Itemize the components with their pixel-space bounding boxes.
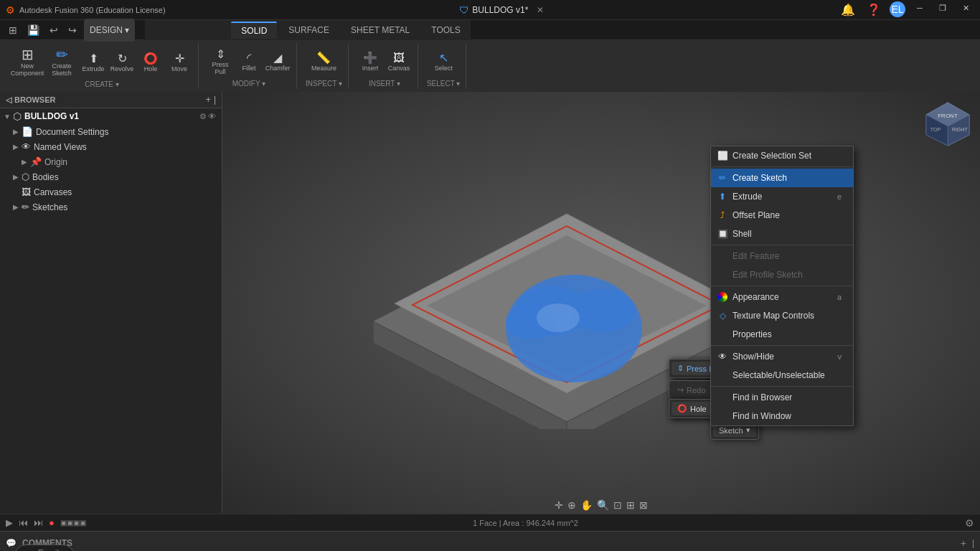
ctx-edit-feature[interactable]: Edit Feature: [711, 247, 853, 265]
play-icon[interactable]: ▶: [6, 517, 13, 528]
create-group-label[interactable]: CREATE ▾: [85, 80, 119, 90]
taskbar-search-box[interactable]: 🔍 Escribe aquí para buscar: [14, 545, 75, 551]
notification-icon[interactable]: 🔔: [838, 1, 858, 18]
ctx-appearance[interactable]: Appearance a: [711, 288, 853, 306]
chevron-down-icon: ▼: [3, 112, 11, 121]
bodies-icon: ⬡: [22, 171, 29, 182]
back-icon[interactable]: ◁: [6, 95, 11, 105]
ctx-shell[interactable]: 🔲 Shell: [711, 225, 853, 243]
create-sketch-btn[interactable]: ✏ Create Sketch: [46, 46, 77, 77]
close-tab-icon[interactable]: ✕: [537, 5, 544, 15]
insert-button[interactable]: ➕ Insert: [357, 47, 383, 77]
new-button[interactable]: ⊞: [6, 23, 20, 37]
offset-plane-icon: ⤴: [717, 209, 728, 221]
record-icon[interactable]: ●: [49, 517, 55, 528]
select-button[interactable]: ↖ Select: [430, 47, 456, 77]
nav-icon-4[interactable]: 🔍: [597, 499, 609, 511]
press-pull-button[interactable]: ⇕ Press Pull: [207, 47, 233, 77]
ctx-texture-map[interactable]: ◇ Texture Map Controls: [711, 306, 853, 325]
view-cube[interactable]: FRONT RIGHT TOP: [923, 99, 973, 149]
nav-icon-7[interactable]: ⊠: [639, 499, 648, 511]
browser-item-bodies[interactable]: ▶ ⬡ Bodies: [0, 169, 222, 184]
browser-item-doc-settings[interactable]: ▶ 📄 Document Settings: [0, 124, 222, 139]
tab-solid[interactable]: SOLID: [231, 22, 277, 39]
redo-button[interactable]: ↪ Redo: [672, 383, 711, 397]
ctx-find-window[interactable]: Find in Window: [711, 407, 853, 425]
hole-button[interactable]: ⭕ Hole: [672, 402, 712, 415]
ctx-selectable[interactable]: Selectable/Unselectable: [711, 366, 853, 385]
texture-map-icon: ◇: [717, 310, 728, 321]
new-component-button[interactable]: ⊞ New Component: [11, 46, 43, 77]
restore-button[interactable]: ❐: [934, 1, 951, 14]
shell-icon: 🔲: [717, 228, 728, 240]
viewport[interactable]: ↻ Repeat Extrude ✕ Delete ⇕ Press Pull: [222, 92, 980, 514]
browser-item-origin[interactable]: ▶ 📌 Origin: [0, 154, 222, 169]
canvas-button[interactable]: 🖼 Canvas: [386, 47, 412, 77]
ctx-create-sketch[interactable]: ✏ Create Sketch: [711, 169, 853, 187]
ctx-offset-plane[interactable]: ⤴ Offset Plane: [711, 206, 853, 225]
chamfer-button[interactable]: ◢ Chamfer: [265, 47, 291, 77]
hole-button[interactable]: ⭕ Hole: [138, 47, 164, 77]
ctx-edit-profile-sketch[interactable]: Edit Profile Sketch: [711, 265, 853, 284]
inspect-group-label[interactable]: INSPECT ▾: [306, 80, 342, 89]
nav-icon-5[interactable]: ⊡: [613, 499, 622, 511]
modify-group-label[interactable]: MODIFY ▾: [232, 80, 265, 89]
eye-icon[interactable]: 👁: [208, 112, 216, 121]
minimize-button[interactable]: ─: [911, 1, 928, 14]
app-title: Autodesk Fusion 360 (Education License): [19, 6, 166, 14]
find-browser-icon: [717, 392, 728, 403]
revolve-button[interactable]: ↻ Revolve: [109, 47, 135, 77]
ctx-extrude[interactable]: ⬆ Extrude e: [711, 187, 853, 206]
save-button[interactable]: 💾: [24, 23, 42, 37]
nav-icon-3[interactable]: ✋: [580, 499, 593, 511]
find-window-icon: [717, 410, 728, 422]
close-button[interactable]: ✕: [957, 1, 974, 14]
help-icon[interactable]: ❓: [864, 1, 884, 18]
ctx-create-selection-set[interactable]: ⬜ Create Selection Set: [711, 146, 853, 165]
fillet-button[interactable]: ◜ Fillet: [236, 47, 262, 77]
ctx-properties[interactable]: Properties: [711, 325, 853, 344]
file-title: BULLDOG v1*: [472, 5, 528, 15]
add-browser-item[interactable]: +: [206, 95, 211, 105]
separator-3: [711, 286, 853, 286]
browser-item-sketches[interactable]: ▶ ✏ Sketches: [0, 199, 222, 215]
ribbon-group-insert: ➕ Insert 🖼 Canvas INSERT ▾: [352, 43, 418, 89]
statusbar-settings[interactable]: ⚙: [965, 517, 974, 529]
add-comment-icon[interactable]: +: [961, 537, 966, 549]
bodies-label: Bodies: [32, 172, 59, 182]
browser-pin[interactable]: |: [214, 95, 216, 105]
svg-point-6: [570, 289, 635, 332]
insert-group-label[interactable]: INSERT ▾: [369, 80, 400, 89]
tab-sheet-metal[interactable]: SHEET METAL: [341, 22, 420, 38]
ctx-find-browser[interactable]: Find in Browser: [711, 388, 853, 407]
tab-surface[interactable]: SURFACE: [278, 22, 339, 38]
quick-access-toolbar: ⊞ 💾 ↩ ↪ DESIGN ▾ SOLID SURFACE SHEET MET…: [0, 20, 980, 40]
nav-icon-6[interactable]: ⊞: [626, 499, 635, 511]
root-item-label: BULLDOG v1: [24, 111, 79, 121]
undo-button[interactable]: ↩: [47, 23, 61, 37]
ribbon-area: ⊞ 💾 ↩ ↪ DESIGN ▾ SOLID SURFACE SHEET MET…: [0, 20, 980, 92]
measure-button[interactable]: 📏 Measure: [311, 47, 336, 77]
origin-icon: 📌: [30, 156, 42, 167]
browser-item-root[interactable]: ▼ ⬡ BULLDOG v1 ⚙ 👁: [0, 108, 222, 124]
nav-icon-2[interactable]: ⊕: [567, 499, 576, 511]
ctx-show-hide[interactable]: 👁 Show/Hide v: [711, 347, 853, 366]
extrude-button[interactable]: ⬆ Extrude: [80, 47, 106, 77]
step-back-icon[interactable]: ⏮: [19, 517, 28, 528]
design-dropdown[interactable]: DESIGN ▾: [84, 19, 135, 42]
select-icon: ↖: [439, 51, 448, 65]
select-group-label[interactable]: SELECT ▾: [427, 80, 461, 89]
title-bar-center: 🛡 BULLDOG v1* ✕: [459, 4, 544, 16]
nav-icon-1[interactable]: ✛: [555, 499, 563, 511]
redo-button[interactable]: ↪: [65, 23, 80, 37]
collapse-comments[interactable]: |: [972, 538, 974, 548]
browser-item-canvases[interactable]: ▶ 🖼 Canvases: [0, 184, 222, 199]
settings-icon[interactable]: ⚙: [199, 112, 207, 121]
properties-icon: [717, 329, 728, 340]
user-avatar[interactable]: EL: [890, 1, 905, 17]
browser-item-named-views[interactable]: ▶ 👁 Named Views: [0, 139, 222, 154]
move-button[interactable]: ✛ Move: [166, 47, 192, 77]
tab-tools[interactable]: TOOLS: [421, 22, 470, 38]
step-forward-icon[interactable]: ⏭: [34, 517, 43, 528]
title-bar-left: ⚙ Autodesk Fusion 360 (Education License…: [6, 4, 166, 16]
